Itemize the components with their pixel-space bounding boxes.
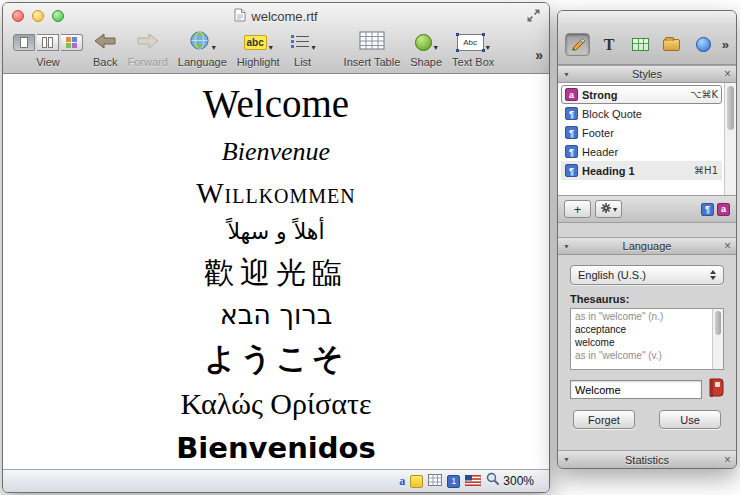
fullscreen-icon[interactable] (526, 8, 541, 23)
toolbar-shape-button[interactable]: ▾ Shape (410, 30, 442, 68)
page-view-icon (20, 37, 28, 48)
view-multi-segment[interactable] (61, 34, 83, 51)
toolbar-highlight-button[interactable]: abc ▾ Highlight (237, 30, 280, 68)
style-name: Strong (582, 89, 617, 101)
folder-icon (663, 39, 680, 51)
document-line: Welcome (3, 82, 549, 126)
palette-toolbar: T » (558, 25, 736, 65)
paragraph-style-icon: ¶ (565, 126, 578, 139)
gear-icon (600, 202, 612, 217)
character-style-status-icon[interactable]: a (399, 474, 405, 489)
style-row-footer[interactable]: ¶ Footer (561, 123, 722, 142)
toolbar-textbox-button[interactable]: Abc ▾ Text Box (452, 30, 494, 68)
document-line: Bienvenue (3, 137, 549, 166)
style-row-heading-1[interactable]: ¶ Heading 1 ⌘H1 (561, 161, 722, 180)
language-close-icon[interactable]: × (724, 241, 731, 251)
thesaurus-label: Thesaurus: (570, 293, 724, 305)
language-select[interactable]: English (U.S.) (570, 265, 724, 285)
thesaurus-list: as in "welcome" (n.) acceptance welcome … (570, 308, 724, 370)
palette-tab-sections[interactable] (690, 33, 715, 56)
toolbar-label: Language (178, 56, 227, 68)
document-line: 歡迎光臨 (3, 256, 549, 290)
toolbar-back-button[interactable]: Back (93, 30, 117, 68)
window-title-text: welcome.rtf (251, 9, 317, 24)
language-flag-icon[interactable] (465, 472, 481, 490)
table-status-icon[interactable] (428, 472, 442, 490)
toolbar-label: List (294, 56, 311, 68)
style-name: Block Quote (582, 108, 642, 120)
statistics-close-icon[interactable]: × (724, 455, 731, 465)
dropdown-arrow-icon: ▾ (486, 43, 490, 52)
styles-footer: + ▾ ¶ a (558, 195, 736, 223)
toolbar-forward-button[interactable]: Forward (127, 30, 167, 68)
document-line: ברוך הבא (3, 300, 549, 330)
forward-arrow-icon (136, 32, 160, 54)
thesaurus-item[interactable]: welcome (571, 336, 710, 349)
palette-overflow-button[interactable]: » (722, 37, 729, 52)
forget-button[interactable]: Forget (573, 410, 635, 429)
popup-arrows-icon (710, 270, 716, 280)
character-style-icon: a (565, 88, 578, 101)
palette-tab-text[interactable]: T (596, 33, 621, 56)
titlebar[interactable]: welcome.rtf (3, 3, 549, 28)
toolbar-list-button[interactable]: ▾ List (290, 30, 316, 68)
style-actions-gear-button[interactable]: ▾ (595, 200, 622, 218)
style-name: Heading 1 (582, 165, 635, 177)
palette-spacer (558, 223, 736, 237)
toolbar-insert-table-button[interactable]: Insert Table (344, 30, 401, 68)
add-style-button[interactable]: + (564, 200, 591, 218)
style-row-block-quote[interactable]: ¶ Block Quote (561, 104, 722, 123)
style-shortcut: ⌘H1 (694, 165, 718, 176)
document-line: Καλώς Ορίσατε (3, 387, 549, 421)
view-page-segment[interactable] (37, 34, 59, 51)
style-row-strong[interactable]: a Strong ⌥⌘K (561, 85, 722, 104)
view-draft-segment[interactable] (13, 34, 35, 51)
use-button[interactable]: Use (659, 410, 721, 429)
language-section-title: Language (623, 240, 672, 252)
toolbar-overflow-button[interactable]: » (535, 39, 543, 63)
thesaurus-lookup-field[interactable] (570, 380, 702, 399)
paragraph-style-icon: ¶ (565, 107, 578, 120)
thesaurus-item[interactable]: as in "welcome" (n.) (571, 310, 710, 323)
style-row-header[interactable]: ¶ Header (561, 142, 722, 161)
pencil-icon (570, 35, 586, 55)
styles-section-title: Styles (632, 68, 662, 80)
thesaurus-item[interactable]: acceptance (571, 323, 710, 336)
statistics-disclosure-icon[interactable]: ▼ (563, 456, 570, 463)
dropdown-arrow-icon: ▾ (269, 43, 273, 52)
green-table-icon (632, 38, 649, 51)
table-icon (359, 31, 385, 54)
palette-spacer (558, 431, 736, 450)
dictionary-book-icon[interactable] (707, 378, 724, 401)
back-arrow-icon (93, 32, 117, 54)
thesaurus-item[interactable]: as in "welcome" (v.) (571, 349, 710, 362)
language-select-value: English (U.S.) (578, 269, 646, 281)
styles-disclosure-icon[interactable]: ▼ (563, 71, 570, 78)
window-header: welcome.rtf View Back (3, 3, 549, 74)
styles-close-icon[interactable]: × (724, 69, 731, 79)
highlight-status-icon[interactable] (410, 475, 423, 488)
column-view-icon (48, 37, 53, 48)
toolbar-label: Forward (127, 56, 167, 68)
style-name: Footer (582, 127, 614, 139)
toolbar-label: Text Box (452, 56, 494, 68)
lookup-row (570, 378, 724, 401)
character-styles-filter-icon[interactable]: a (717, 203, 730, 216)
letter-t-icon: T (604, 36, 615, 54)
section-status-icon[interactable]: 1 (447, 475, 460, 488)
thesaurus-scrollbar[interactable] (712, 309, 723, 369)
palette-tab-styles[interactable] (565, 33, 590, 56)
palette-titlebar[interactable] (558, 11, 736, 25)
document-area[interactable]: Welcome Bienvenue Willkommen أهلاً و سهل… (3, 74, 549, 470)
styles-scrollbar[interactable] (724, 83, 736, 195)
zoom-indicator[interactable]: 300% (486, 472, 534, 490)
paragraph-styles-filter-icon[interactable]: ¶ (701, 203, 714, 216)
blue-orb-icon (696, 37, 711, 52)
styles-list: a Strong ⌥⌘K ¶ Block Quote ¶ Footer ¶ He… (558, 83, 736, 195)
toolbar-language-button[interactable]: ▾ Language (178, 30, 227, 68)
palette-tab-media[interactable] (659, 33, 684, 56)
palette-tab-table[interactable] (628, 33, 653, 56)
style-name: Header (582, 146, 618, 158)
language-disclosure-icon[interactable]: ▼ (563, 243, 570, 250)
document-file-icon (234, 8, 246, 25)
